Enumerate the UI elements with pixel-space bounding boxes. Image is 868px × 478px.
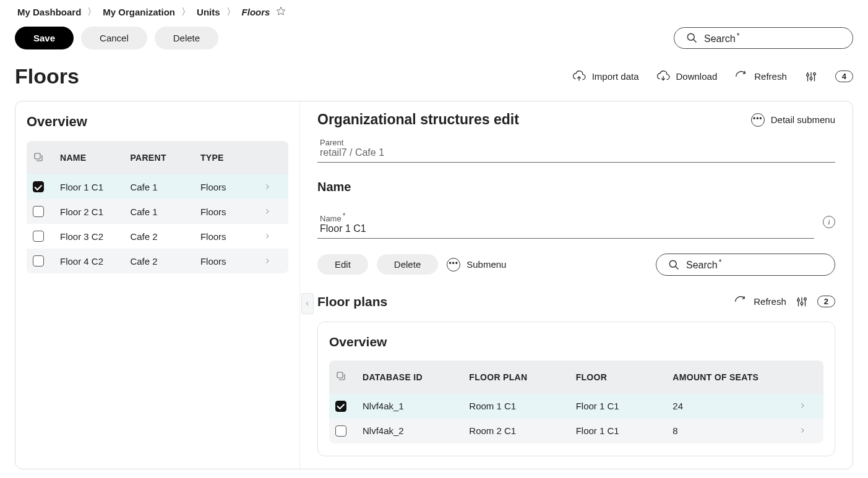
delete-button[interactable]: Delete	[155, 27, 218, 49]
floorplans-panel: Overview DATABASE ID FLOOR PLAN FLOOR AM…	[317, 322, 835, 456]
floorplans-overview-title: Overview	[329, 335, 823, 349]
name-label: Name*	[320, 211, 812, 223]
col-floor: FLOOR	[576, 372, 673, 382]
refresh-action[interactable]: Refresh	[734, 70, 787, 83]
col-dbid: DATABASE ID	[363, 372, 469, 382]
col-seats: AMOUNT OF SEATS	[672, 372, 799, 382]
row-checkbox[interactable]	[33, 181, 44, 192]
cell-parent: Cafe 2	[130, 231, 200, 242]
delete-button-detail[interactable]: Delete	[377, 254, 438, 275]
cell-name: Floor 1 C1	[60, 182, 130, 192]
cell-type: Floors	[200, 256, 264, 267]
breadcrumb-sep: 〉	[181, 6, 191, 18]
select-all-icon[interactable]	[335, 370, 363, 383]
overview-title: Overview	[27, 114, 288, 130]
svg-rect-9	[35, 153, 40, 159]
search-label: Search*	[704, 32, 739, 45]
cell-name: Floor 2 C1	[60, 207, 130, 217]
info-icon[interactable]: i	[823, 216, 835, 228]
search-icon	[668, 258, 680, 271]
main-panel: Overview NAME PARENT TYPE Floor 1 C1 Caf…	[15, 101, 853, 469]
sliders-floorplans[interactable]	[795, 295, 809, 309]
breadcrumb-sep: 〉	[226, 6, 236, 18]
search-label: Search*	[686, 258, 721, 271]
chevron-right-icon[interactable]	[799, 401, 817, 411]
svg-point-1	[687, 34, 694, 41]
chevron-right-icon[interactable]	[264, 207, 282, 217]
table-row[interactable]: Floor 2 C1 Cafe 1 Floors	[27, 199, 288, 224]
import-action[interactable]: Import data	[572, 70, 639, 83]
floorplans-title: Floor plans	[317, 294, 387, 309]
svg-point-17	[804, 297, 806, 300]
parent-field[interactable]: Parent retail7 / Cafe 1	[317, 135, 835, 163]
detail-pane: Organizational structures edit ••• Detai…	[300, 101, 853, 469]
overview-pane: Overview NAME PARENT TYPE Floor 1 C1 Caf…	[15, 101, 300, 469]
search-icon	[685, 32, 698, 44]
star-icon[interactable]	[276, 6, 286, 18]
svg-line-11	[676, 267, 679, 270]
cell-plan: Room 2 C1	[469, 425, 575, 436]
cell-type: Floors	[200, 182, 264, 192]
action-bar: Save Cancel Delete Search*	[6, 27, 862, 49]
breadcrumb-item[interactable]: Units	[197, 7, 220, 17]
detail-title: Organizational structures edit	[317, 111, 519, 128]
settings-action[interactable]	[804, 70, 818, 83]
count-badge: 4	[835, 70, 853, 82]
breadcrumb-item[interactable]: My Organization	[103, 7, 175, 17]
cell-floor: Floor 1 C1	[576, 425, 673, 436]
breadcrumb-item[interactable]: My Dashboard	[17, 7, 81, 17]
cancel-button[interactable]: Cancel	[81, 27, 147, 49]
table-row[interactable]: Nlvf4ak_2 Room 2 C1 Floor 1 C1 8	[329, 419, 823, 443]
mid-actions: Edit Delete ••• Submenu Search*	[317, 254, 835, 275]
submenu-button[interactable]: ••• Submenu	[447, 258, 506, 271]
save-button[interactable]: Save	[15, 27, 74, 49]
collapse-handle[interactable]	[301, 293, 314, 314]
more-icon: •••	[751, 113, 765, 127]
col-parent: PARENT	[130, 153, 200, 163]
table-header: NAME PARENT TYPE	[27, 141, 288, 174]
detail-submenu[interactable]: ••• Detail submenu	[751, 113, 835, 127]
parent-label: Parent	[320, 138, 833, 147]
table-row[interactable]: Floor 4 C2 Cafe 2 Floors	[27, 249, 288, 273]
row-checkbox[interactable]	[335, 401, 346, 412]
table-header: DATABASE ID FLOOR PLAN FLOOR AMOUNT OF S…	[329, 361, 823, 394]
row-checkbox[interactable]	[335, 425, 346, 437]
svg-point-10	[669, 260, 676, 267]
cell-dbid: Nlvf4ak_2	[363, 425, 469, 436]
table-row[interactable]: Nlvf4ak_1 Room 1 C1 Floor 1 C1 24	[329, 394, 823, 419]
row-checkbox[interactable]	[33, 206, 44, 217]
row-checkbox[interactable]	[33, 255, 44, 267]
sliders-icon	[795, 295, 809, 309]
refresh-floorplans[interactable]: Refresh	[734, 295, 786, 309]
search-input[interactable]: Search*	[674, 27, 853, 49]
cell-parent: Cafe 1	[130, 207, 200, 217]
name-field[interactable]: Name* Floor 1 C1	[317, 209, 814, 239]
svg-rect-18	[337, 372, 343, 378]
sliders-icon	[804, 70, 818, 83]
col-type: TYPE	[200, 153, 264, 163]
table-row[interactable]: Floor 1 C1 Cafe 1 Floors	[27, 174, 288, 199]
svg-point-4	[806, 74, 809, 76]
breadcrumb-sep: 〉	[87, 6, 97, 18]
page-actions: Import data Download Refresh 4	[572, 70, 853, 83]
breadcrumb-current: Floors	[242, 7, 270, 17]
svg-marker-0	[277, 7, 285, 15]
svg-line-2	[694, 40, 697, 43]
floorplans-count: 2	[817, 296, 835, 307]
chevron-right-icon[interactable]	[264, 231, 282, 242]
page-title: Floors	[15, 64, 79, 88]
chevron-right-icon[interactable]	[264, 256, 282, 267]
search-input-detail[interactable]: Search*	[656, 254, 835, 275]
download-action[interactable]: Download	[656, 70, 718, 83]
edit-button[interactable]: Edit	[317, 254, 368, 275]
chevron-right-icon[interactable]	[264, 182, 282, 192]
row-checkbox[interactable]	[33, 231, 44, 242]
select-all-icon[interactable]	[33, 152, 60, 164]
cell-seats: 8	[672, 425, 799, 436]
chevron-right-icon[interactable]	[799, 425, 817, 436]
name-heading: Name	[317, 180, 351, 194]
overview-table: NAME PARENT TYPE Floor 1 C1 Cafe 1 Floor…	[27, 141, 288, 273]
table-row[interactable]: Floor 3 C2 Cafe 2 Floors	[27, 224, 288, 249]
cell-name: Floor 4 C2	[60, 256, 130, 267]
cell-plan: Room 1 C1	[469, 401, 575, 411]
